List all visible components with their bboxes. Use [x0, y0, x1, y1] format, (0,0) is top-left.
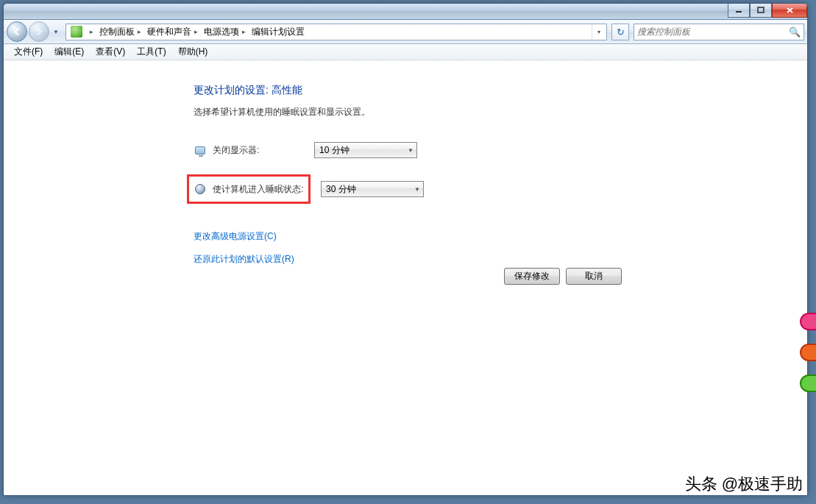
menu-bar: 文件(F) 编辑(E) 查看(V) 工具(T) 帮助(H): [4, 44, 807, 60]
breadcrumb-label: 编辑计划设置: [252, 26, 305, 38]
titlebar[interactable]: [4, 4, 807, 20]
watermark: 头条 @极速手助: [685, 473, 803, 495]
page-subtext: 选择希望计算机使用的睡眠设置和显示设置。: [194, 106, 807, 118]
address-bar[interactable]: ▸ 控制面板▸ 硬件和声音▸ 电源选项▸ 编辑计划设置 ▾: [65, 24, 607, 40]
breadcrumb-item[interactable]: 电源选项▸: [202, 24, 250, 40]
sleep-dropdown[interactable]: 30 分钟 ▼: [321, 181, 424, 197]
sleep-value: 30 分钟: [326, 183, 414, 196]
breadcrumb-item[interactable]: 编辑计划设置: [250, 24, 306, 40]
side-widgets: [800, 313, 816, 392]
display-off-label: 关闭显示器:: [213, 144, 308, 157]
sleep-row: 使计算机进入睡眠状态: 30 分钟 ▼: [194, 174, 807, 204]
control-panel-icon: [71, 26, 82, 38]
links-section: 更改高级电源设置(C) 还原此计划的默认设置(R): [194, 230, 807, 266]
chevron-down-icon: ▼: [414, 186, 420, 193]
save-button[interactable]: 保存修改: [504, 268, 560, 285]
breadcrumb-label: 硬件和声音: [147, 26, 191, 38]
breadcrumb-label: 电源选项: [204, 26, 239, 38]
display-off-row: 关闭显示器: 10 分钟 ▼: [194, 142, 807, 158]
restore-defaults-link[interactable]: 还原此计划的默认设置(R): [194, 253, 807, 266]
menu-tools[interactable]: 工具(T): [131, 44, 171, 60]
highlight-annotation: 使计算机进入睡眠状态:: [187, 174, 311, 204]
menu-view[interactable]: 查看(V): [90, 44, 131, 60]
side-pill-orange[interactable]: [800, 344, 816, 361]
breadcrumb-root[interactable]: ▸: [85, 24, 98, 40]
menu-edit[interactable]: 编辑(E): [49, 44, 90, 60]
display-off-value: 10 分钟: [319, 144, 408, 157]
close-button[interactable]: [772, 3, 807, 18]
menu-help[interactable]: 帮助(H): [172, 44, 214, 60]
content-area: 更改计划的设置: 高性能 选择希望计算机使用的睡眠设置和显示设置。 关闭显示器:…: [4, 60, 807, 495]
nav-history-dropdown[interactable]: ▼: [51, 23, 61, 40]
navigation-bar: ▼ ▸ 控制面板▸ 硬件和声音▸ 电源选项▸ 编辑计划设置 ▾ ↻ 🔍: [4, 20, 807, 44]
search-box[interactable]: 🔍: [634, 24, 804, 40]
sleep-icon: [194, 182, 207, 196]
display-off-dropdown[interactable]: 10 分钟 ▼: [314, 142, 417, 158]
breadcrumb-label: 控制面板: [99, 26, 135, 38]
svg-rect-1: [758, 7, 764, 13]
cancel-button[interactable]: 取消: [566, 268, 622, 285]
address-dropdown[interactable]: ▾: [592, 24, 605, 40]
side-pill-green[interactable]: [800, 375, 816, 392]
back-button[interactable]: [7, 21, 27, 42]
minimize-button[interactable]: [728, 3, 750, 18]
monitor-icon: [194, 143, 207, 157]
window-controls: [728, 3, 807, 18]
sleep-label: 使计算机进入睡眠状态:: [213, 183, 304, 196]
forward-button[interactable]: [29, 21, 49, 42]
advanced-settings-link[interactable]: 更改高级电源设置(C): [194, 230, 807, 243]
control-panel-window: ▼ ▸ 控制面板▸ 硬件和声音▸ 电源选项▸ 编辑计划设置 ▾ ↻ 🔍 文件(F…: [3, 3, 808, 496]
maximize-button[interactable]: [750, 3, 772, 18]
menu-file[interactable]: 文件(F): [8, 44, 49, 60]
breadcrumb-item[interactable]: 控制面板▸: [98, 24, 146, 40]
search-input[interactable]: [637, 26, 789, 37]
side-pill-pink[interactable]: [800, 313, 816, 330]
button-row: 保存修改 取消: [504, 268, 622, 285]
chevron-down-icon: ▼: [408, 147, 414, 154]
svg-rect-0: [736, 11, 742, 13]
breadcrumb-item[interactable]: 硬件和声音▸: [146, 24, 202, 40]
search-icon[interactable]: 🔍: [789, 26, 801, 38]
refresh-button[interactable]: ↻: [611, 24, 629, 40]
page-heading: 更改计划的设置: 高性能: [194, 84, 807, 97]
